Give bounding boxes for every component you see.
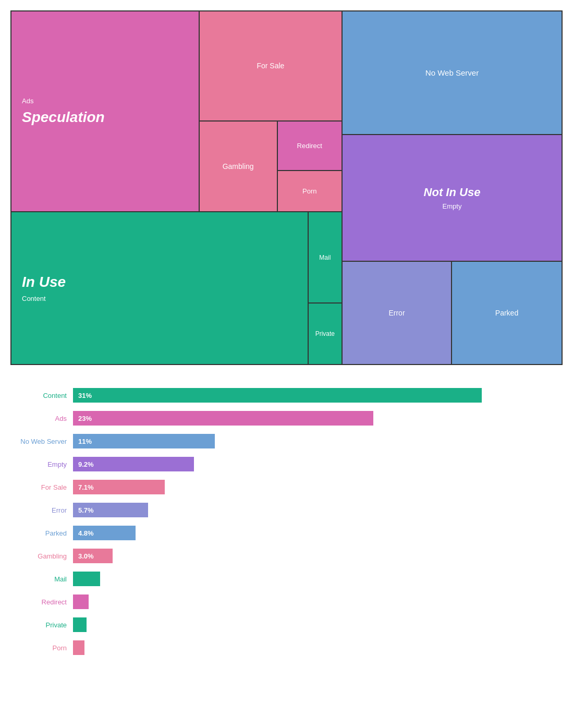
barchart: Content31%Ads23%No Web Server11%Empty9.2… — [10, 386, 563, 657]
treemap-mail-private-group: Mail Private — [309, 212, 342, 364]
bar-row: Mail — [10, 569, 563, 588]
bar-label: For Sale — [10, 483, 73, 491]
bar-label: Content — [10, 392, 73, 399]
forsale-label: For Sale — [257, 62, 284, 70]
bar-value-label: 5.7% — [78, 506, 94, 514]
bar-row: Empty9.2% — [10, 455, 563, 474]
bar-track — [73, 594, 563, 609]
speculation-title: Speculation — [22, 109, 188, 126]
treemap-forsale-group: For Sale Gambling Redirect Porn — [200, 11, 342, 211]
treemap-cell-redirect: Redirect — [278, 122, 342, 171]
bar-row: Ads23% — [10, 409, 563, 428]
private-label: Private — [315, 330, 335, 337]
bar-track — [73, 617, 563, 632]
bar-fill — [73, 572, 100, 586]
inuse-sublabel: Content — [22, 295, 297, 302]
treemap-cell-mail: Mail — [309, 212, 342, 303]
bar-row: Redirect — [10, 592, 563, 611]
bar-value-label: 3.0% — [78, 552, 94, 560]
bar-track: 4.8% — [73, 526, 563, 540]
treemap-cell-private: Private — [309, 304, 342, 364]
bar-track: 7.1% — [73, 480, 563, 494]
bar-value-label: 31% — [78, 392, 92, 399]
bar-label: Redirect — [10, 598, 73, 606]
bar-track — [73, 640, 563, 655]
treemap-redirect-porn-group: Redirect Porn — [278, 122, 342, 211]
notinuse-sublabel: Empty — [443, 202, 462, 210]
bar-label: Porn — [10, 644, 73, 652]
bar-row: Gambling3.0% — [10, 547, 563, 565]
bar-row: Porn — [10, 638, 563, 657]
bar-value-label: 4.8% — [78, 529, 94, 537]
treemap-cell-nowebserver: No Web Server — [343, 11, 562, 135]
treemap-left: Ads Speculation For Sale Gambling — [11, 11, 342, 364]
treemap-cell-porn: Porn — [278, 171, 342, 212]
treemap: Ads Speculation For Sale Gambling — [10, 10, 563, 365]
bar-row: Error5.7% — [10, 501, 563, 519]
parked-label: Parked — [495, 309, 518, 317]
bar-track: 3.0% — [73, 549, 563, 563]
inuse-title: In Use — [22, 274, 297, 290]
bar-label: Error — [10, 506, 73, 514]
bar-track: 11% — [73, 434, 563, 448]
bar-fill: 7.1% — [73, 480, 165, 494]
nowebserver-label: No Web Server — [425, 68, 479, 77]
bar-fill — [73, 640, 84, 655]
treemap-gambling-group: Gambling Redirect Porn — [200, 122, 342, 211]
bar-row: No Web Server11% — [10, 432, 563, 451]
bar-row: Parked4.8% — [10, 524, 563, 542]
treemap-cell-notinuse: Not In Use Empty — [343, 135, 562, 262]
bar-fill — [73, 617, 87, 632]
bar-label: Mail — [10, 575, 73, 583]
treemap-top-row: Ads Speculation For Sale Gambling — [11, 11, 342, 212]
treemap-bottom-row: In Use Content Mail Private — [11, 212, 342, 364]
bar-track: 31% — [73, 388, 563, 403]
bar-fill — [73, 594, 89, 609]
treemap-cell-error: Error — [343, 262, 452, 364]
bar-row: Content31% — [10, 386, 563, 405]
speculation-sublabel: Ads — [22, 97, 188, 105]
bar-label: No Web Server — [10, 438, 73, 445]
chart-container: Ads Speculation For Sale Gambling — [10, 10, 563, 657]
bar-row: For Sale7.1% — [10, 478, 563, 496]
bar-label: Private — [10, 621, 73, 629]
treemap-right: No Web Server Not In Use Empty Error Par… — [342, 11, 562, 364]
treemap-cell-inuse: In Use Content — [11, 212, 309, 364]
treemap-cell-parked: Parked — [452, 262, 562, 364]
bar-fill: 3.0% — [73, 549, 113, 563]
bar-value-label: 23% — [78, 415, 92, 422]
bar-fill: 5.7% — [73, 503, 148, 517]
bar-fill: 4.8% — [73, 526, 136, 540]
redirect-label: Redirect — [297, 142, 322, 150]
bar-row: Private — [10, 615, 563, 634]
mail-label: Mail — [319, 254, 331, 261]
treemap-cell-gambling: Gambling — [200, 122, 278, 211]
bar-label: Gambling — [10, 552, 73, 560]
porn-label: Porn — [302, 187, 316, 195]
notinuse-title: Not In Use — [424, 186, 481, 199]
bar-fill: 23% — [73, 411, 373, 426]
error-label: Error — [388, 309, 405, 317]
bar-track: 5.7% — [73, 503, 563, 517]
bar-fill: 11% — [73, 434, 215, 448]
bar-fill: 9.2% — [73, 457, 194, 471]
bar-label: Ads — [10, 415, 73, 422]
gambling-label: Gambling — [223, 162, 254, 171]
bar-value-label: 11% — [78, 438, 92, 445]
treemap-cell-speculation: Ads Speculation — [11, 11, 200, 211]
bar-label: Empty — [10, 460, 73, 468]
bar-value-label: 9.2% — [78, 460, 94, 468]
bar-track — [73, 572, 563, 586]
bar-track: 9.2% — [73, 457, 563, 471]
bar-track: 23% — [73, 411, 563, 426]
bar-value-label: 7.1% — [78, 483, 94, 491]
treemap-error-parked-group: Error Parked — [343, 262, 562, 364]
bar-label: Parked — [10, 529, 73, 537]
bar-fill: 31% — [73, 388, 482, 403]
treemap-cell-forsale: For Sale — [200, 11, 342, 122]
